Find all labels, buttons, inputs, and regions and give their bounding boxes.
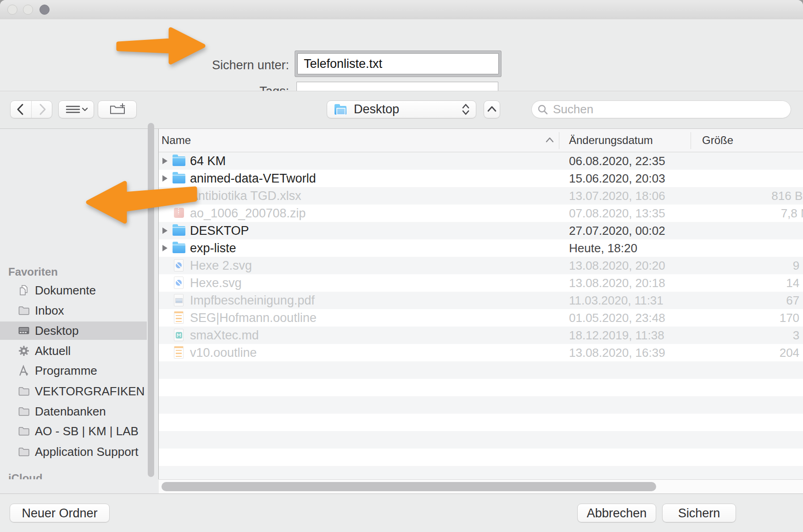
sidebar-section-favoriten: Favoriten: [8, 266, 58, 278]
file-date: 06.08.2020, 22:35: [569, 152, 665, 170]
horizontal-scrollbar-thumb[interactable]: [162, 482, 656, 491]
minimize-button[interactable]: [23, 5, 33, 15]
sidebar-item-dokumente[interactable]: Dokumente: [0, 281, 147, 299]
toolbar: Desktop: [0, 91, 803, 129]
file-name: Antibiotika TGD.xlsx: [190, 187, 301, 205]
sidebar-bottom-fill: [0, 479, 159, 494]
sidebar-item-vektorgrafiken[interactable]: VEKTORGRAFIKEN: [0, 382, 147, 400]
disclosure-triangle-icon[interactable]: [162, 245, 167, 251]
save-button[interactable]: Sichern: [662, 504, 736, 522]
location-dropdown[interactable]: Desktop: [327, 100, 476, 118]
folder-icon: [17, 425, 30, 438]
save-as-label: Sichern unter:: [151, 58, 289, 72]
sidebar-item-programme[interactable]: Programme: [0, 361, 147, 380]
outline-file-icon: [173, 344, 186, 361]
sidebar-item-ao-sb-km-lab[interactable]: AO - SB | KM | LAB: [0, 422, 147, 440]
file-date: 18.12.2019, 11:38: [569, 327, 664, 344]
new-folder-toolbar-button[interactable]: [98, 100, 137, 118]
file-date: 07.08.2020, 13:35: [569, 205, 665, 222]
file-name: smaXtec.md: [190, 327, 259, 344]
horizontal-scrollbar[interactable]: [159, 479, 803, 494]
zoom-button[interactable]: [39, 5, 50, 15]
file-row-impfbescheinigung-pdf: Impfbescheinigung.pdf 11.03.2020, 11:31 …: [159, 292, 803, 309]
file-size: 9 KB: [681, 257, 803, 274]
file-date: 27.07.2020, 00:02: [569, 222, 665, 239]
folder-icon: [173, 222, 186, 239]
new-folder-button[interactable]: Neuer Ordner: [10, 504, 110, 522]
folder-icon: [17, 304, 30, 317]
folder-icon: [173, 239, 186, 257]
folder-icon: [17, 405, 30, 418]
sidebar: Favoriten Dokumente Inbox Desktop Aktuel…: [0, 129, 159, 494]
folder-icon: [173, 170, 186, 187]
cancel-button[interactable]: Abbrechen: [577, 504, 656, 522]
file-name: exp-liste: [190, 239, 236, 257]
file-date: Heute, 18:20: [569, 239, 637, 257]
search-field[interactable]: [531, 100, 791, 118]
list-view-icon: [59, 101, 94, 118]
folder-icon: [17, 385, 30, 398]
save-dialog-window: Sichern unter: Tags:: [0, 0, 803, 532]
new-folder-icon: [98, 101, 136, 118]
column-header-name[interactable]: Name: [162, 134, 191, 147]
sidebar-item-desktop[interactable]: Desktop: [0, 321, 147, 340]
file-date: 15.06.2020, 20:03: [569, 170, 665, 187]
file-size: 204 KB: [681, 344, 803, 361]
file-row-ao-1006-zip: ao_1006_200708.zip 07.08.2020, 13:35 7,8…: [159, 205, 803, 222]
sidebar-item-aktuell[interactable]: Aktuell: [0, 342, 147, 360]
forward-button[interactable]: [32, 101, 52, 118]
file-date: 13.08.2020, 20:18: [569, 274, 665, 292]
file-row-smaxtec-md: smaXtec.md 18.12.2019, 11:38 3 KB: [159, 327, 803, 344]
list-header: Name Änderungsdatum Größe: [159, 129, 803, 152]
file-row-desktop-folder[interactable]: DESKTOP 27.07.2020, 00:02: [159, 222, 803, 239]
up-directory-button[interactable]: [484, 100, 500, 118]
file-size: 3 KB: [681, 327, 803, 344]
file-row-exp-liste[interactable]: exp-liste Heute, 18:20: [159, 239, 803, 257]
file-name: DESKTOP: [190, 222, 249, 239]
sidebar-item-application-support[interactable]: Application Support: [0, 443, 147, 461]
gear-icon: [17, 344, 30, 357]
sidebar-item-inbox[interactable]: Inbox: [0, 301, 147, 320]
file-row-hexe-2-svg: Hexe 2.svg 13.08.2020, 20:20 9 KB: [159, 257, 803, 274]
file-date: 01.05.2020, 23:48: [569, 309, 665, 327]
disclosure-triangle-icon[interactable]: [162, 158, 167, 164]
file-date: 11.03.2020, 11:31: [569, 292, 664, 309]
file-name: Hexe.svg: [190, 274, 242, 292]
close-button[interactable]: [7, 5, 17, 15]
folder-icon: [17, 445, 30, 458]
disclosure-triangle-icon[interactable]: [162, 227, 167, 234]
disclosure-triangle-icon[interactable]: [162, 175, 167, 182]
filename-input[interactable]: [297, 53, 499, 74]
file-date: 13.08.2020, 20:20: [569, 257, 665, 274]
sidebar-scrollbar-thumb[interactable]: [148, 123, 154, 477]
file-row-64-km[interactable]: 64 KM 06.08.2020, 22:35: [159, 152, 803, 170]
back-button[interactable]: [11, 101, 31, 118]
column-header-size[interactable]: Größe: [702, 134, 733, 147]
file-name: Impfbescheinigung.pdf: [190, 292, 315, 309]
file-name: ao_1006_200708.zip: [190, 205, 306, 222]
pdf-file-icon: [173, 292, 186, 309]
file-name: 64 KM: [190, 152, 226, 170]
chevron-right-icon: [32, 101, 52, 118]
file-row-animed-data-vetworld[interactable]: animed-data-VETworld 15.06.2020, 20:03: [159, 170, 803, 187]
column-divider[interactable]: [559, 132, 559, 149]
file-name: v10.ooutline: [190, 344, 257, 361]
view-options-button[interactable]: [58, 100, 94, 118]
svg-file-icon: [173, 257, 186, 274]
chevron-up-icon: [484, 101, 500, 118]
search-input[interactable]: [531, 100, 791, 118]
outline-file-icon: [173, 309, 186, 327]
desktop-folder-icon: [335, 106, 346, 115]
titlebar[interactable]: [0, 0, 803, 20]
column-divider[interactable]: [691, 132, 691, 149]
file-name: Hexe 2.svg: [190, 257, 252, 274]
column-header-date[interactable]: Änderungsdatum: [569, 134, 653, 147]
markdown-file-icon: [173, 327, 186, 344]
folder-icon: [173, 152, 186, 170]
sidebar-item-datenbanken[interactable]: Datenbanken: [0, 402, 147, 421]
file-date: 13.07.2020, 18:06: [569, 187, 665, 205]
chevron-left-icon: [11, 101, 31, 118]
file-row-v10-ooutline: v10.ooutline 13.08.2020, 16:39 204 KB: [159, 344, 803, 361]
file-row-antibiotika-tgd-xlsx: Antibiotika TGD.xlsx 13.07.2020, 18:06 8…: [159, 187, 803, 205]
location-label: Desktop: [354, 102, 399, 116]
